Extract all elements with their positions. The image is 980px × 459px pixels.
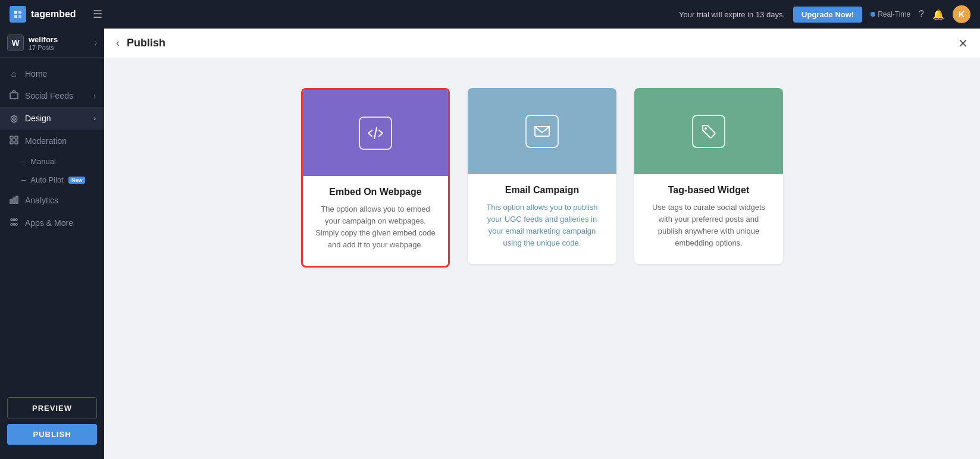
sidebar-item-home[interactable]: ⌂ Home (0, 62, 104, 84)
svg-rect-1 (18, 11, 21, 14)
sidebar-label: Analytics (25, 196, 58, 205)
trial-text: Your trial will expire in 13 days. (679, 10, 785, 19)
upgrade-button[interactable]: Upgrade Now! (793, 7, 862, 23)
social-feeds-arrow: › (93, 92, 96, 99)
embed-card-body: Embed On Webpage The option allows you t… (303, 176, 448, 266)
svg-point-13 (13, 219, 15, 221)
sidebar-label: Moderation (25, 136, 67, 146)
sidebar-item-moderation[interactable]: Moderation (0, 130, 104, 152)
svg-point-14 (15, 219, 17, 221)
email-campaign-card[interactable]: Email Campaign This option allows you to… (468, 88, 616, 264)
workspace-header[interactable]: W wellfors 17 Posts › (0, 29, 104, 58)
publish-button[interactable]: PUBLISH (7, 424, 97, 445)
email-card-title: Email Campaign (480, 185, 605, 196)
dash-icon: – (21, 157, 26, 166)
publish-panel-header: ‹ Publish ✕ (104, 29, 980, 58)
sidebar-label: Apps & More (25, 218, 73, 228)
hamburger-icon[interactable]: ☰ (93, 8, 102, 21)
tag-card-header (634, 88, 783, 174)
sidebar-item-design[interactable]: ◎ Design › (0, 107, 104, 130)
workspace-left: W wellfors 17 Posts (7, 34, 58, 51)
sidebar-item-social-feeds[interactable]: Social Feeds › (0, 84, 104, 107)
sidebar-label: Manual (30, 157, 56, 166)
svg-rect-6 (15, 136, 18, 139)
new-badge: New (68, 177, 86, 184)
email-card-desc: This option allows you to publish your U… (480, 202, 605, 250)
svg-point-12 (11, 219, 12, 221)
sidebar-nav: ⌂ Home Social Feeds › ◎ Design › (0, 58, 104, 392)
svg-line-18 (374, 128, 377, 139)
svg-rect-5 (10, 136, 13, 139)
sidebar-bottom: PREVIEW PUBLISH (0, 392, 104, 449)
svg-point-16 (13, 224, 15, 225)
design-arrow: › (93, 115, 96, 122)
tag-card-title: Tag-based Widget (646, 185, 771, 196)
sidebar-item-auto-pilot[interactable]: – Auto Pilot New (0, 171, 104, 189)
svg-rect-3 (18, 15, 21, 18)
svg-point-15 (11, 224, 12, 225)
content-area: ‹ Publish ✕ Embed (104, 29, 980, 459)
embed-card-header (303, 90, 448, 176)
code-icon-box (359, 117, 392, 150)
workspace-arrow-icon: › (95, 39, 97, 47)
realtime-label: Real-Time (878, 10, 910, 18)
tag-icon-box (692, 115, 725, 148)
preview-button[interactable]: PREVIEW (7, 397, 97, 419)
svg-rect-7 (10, 141, 13, 144)
svg-point-17 (15, 224, 17, 225)
workspace-avatar: W (7, 34, 24, 51)
svg-rect-8 (15, 141, 18, 144)
sidebar: W wellfors 17 Posts › ⌂ Home (0, 29, 104, 459)
email-icon-box (525, 115, 559, 148)
top-header: tagembed ☰ Your trial will expire in 13 … (0, 0, 980, 29)
workspace-name: wellfors (29, 35, 58, 44)
moderation-icon (8, 136, 19, 146)
tag-card-desc: Use tags to curate social widgets with y… (646, 202, 771, 250)
home-icon: ⌂ (8, 68, 19, 78)
sidebar-label: Auto Pilot (30, 175, 64, 184)
sidebar-label: Design (25, 114, 51, 123)
social-feeds-icon (8, 90, 19, 101)
back-button[interactable]: ‹ (116, 37, 120, 49)
embed-webpage-card[interactable]: Embed On Webpage The option allows you t… (301, 88, 450, 268)
svg-rect-4 (10, 93, 18, 99)
tag-widget-card[interactable]: Tag-based Widget Use tags to curate soci… (634, 88, 783, 264)
publish-panel-left: ‹ Publish (116, 37, 165, 49)
workspace-posts: 17 Posts (29, 44, 58, 51)
close-button[interactable]: ✕ (958, 37, 968, 49)
tag-card-body: Tag-based Widget Use tags to curate soci… (634, 174, 783, 264)
sidebar-item-label: Home (25, 69, 47, 78)
svg-rect-10 (13, 198, 15, 203)
logo-icon (10, 6, 26, 23)
apps-more-icon (8, 218, 19, 228)
sidebar-label: Social Feeds (25, 91, 73, 100)
avatar[interactable]: K (953, 5, 970, 23)
svg-rect-0 (14, 11, 17, 14)
svg-point-20 (705, 127, 707, 130)
bell-icon[interactable]: 🔔 (932, 9, 944, 20)
workspace-info: wellfors 17 Posts (29, 35, 58, 51)
logo-text: tagembed (31, 9, 76, 20)
realtime-dot (871, 12, 875, 17)
main-layout: W wellfors 17 Posts › ⌂ Home (0, 29, 980, 459)
design-icon: ◎ (8, 113, 19, 124)
embed-card-desc: The option allows you to embed your camp… (315, 203, 436, 251)
dash-icon: – (21, 175, 26, 184)
help-icon[interactable]: ? (919, 9, 924, 20)
publish-title: Publish (127, 37, 165, 49)
embed-card-title: Embed On Webpage (315, 187, 436, 197)
sidebar-item-analytics[interactable]: Analytics (0, 189, 104, 212)
svg-rect-11 (16, 196, 18, 203)
header-right: Your trial will expire in 13 days. Upgra… (679, 5, 970, 23)
header-left: tagembed ☰ (10, 6, 102, 23)
cards-container: Embed On Webpage The option allows you t… (104, 58, 980, 459)
svg-rect-9 (10, 200, 12, 203)
sidebar-item-apps-more[interactable]: Apps & More (0, 212, 104, 234)
email-card-body: Email Campaign This option allows you to… (468, 174, 616, 264)
realtime-badge[interactable]: Real-Time (871, 10, 910, 18)
analytics-icon (8, 195, 19, 206)
email-card-header (468, 88, 616, 174)
sidebar-item-manual[interactable]: – Manual (0, 152, 104, 171)
svg-rect-2 (14, 15, 17, 18)
logo: tagembed (10, 6, 76, 23)
